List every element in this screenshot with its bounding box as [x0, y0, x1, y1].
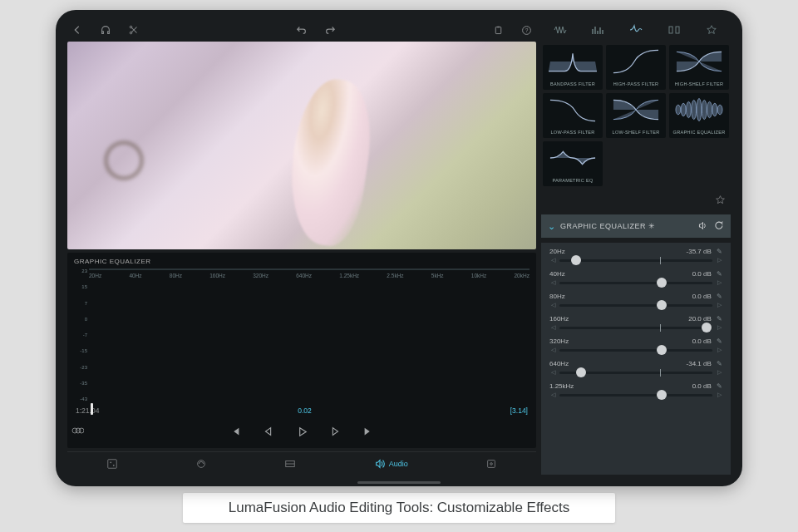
tab-fx-icon[interactable]: [667, 23, 681, 37]
svg-rect-42: [488, 460, 495, 467]
svg-point-43: [490, 462, 493, 465]
edit-icon[interactable]: ✎: [715, 360, 722, 367]
scissors-icon[interactable]: [127, 23, 140, 37]
band-80Hz: 80Hz0.0 dB ✎ ◁ ▷: [541, 289, 731, 312]
preset-graphic-equalizer[interactable]: GRAPHIC EQUALIZER: [669, 93, 729, 138]
preset-high-pass-filter[interactable]: HIGH-PASS FILTER: [606, 45, 666, 90]
slider-track[interactable]: [559, 349, 712, 352]
main-panel: ? GRAPHIC EQUALIZER 231570-7-15-23-35-43: [67, 22, 536, 475]
home-indicator: [357, 481, 441, 484]
tab-waveform-icon[interactable]: [554, 23, 567, 37]
band-1.25kHz: 1.25kHz0.0 dB ✎ ◁ ▷: [541, 379, 731, 401]
video-preview[interactable]: [67, 42, 536, 249]
tab-audio[interactable]: Audio: [374, 458, 408, 470]
tab-levels-icon[interactable]: [591, 23, 604, 37]
effect-panel-header[interactable]: ⌄ GRAPHIC EQUALIZER ✳: [541, 214, 731, 238]
top-toolbar: ?: [67, 22, 536, 38]
edit-icon[interactable]: ✎: [715, 270, 722, 278]
svg-point-53: [712, 103, 717, 116]
nudge-right-icon[interactable]: ▷: [716, 324, 722, 331]
nudge-right-icon[interactable]: ▷: [716, 279, 722, 286]
speaker-icon[interactable]: [697, 220, 708, 233]
slider-thumb[interactable]: [657, 390, 667, 400]
eq-y-axis: 231570-7-15-23-35-43: [74, 268, 87, 401]
time-duration: [3.14]: [510, 406, 528, 415]
eq-title: GRAPHIC EQUALIZER: [74, 258, 530, 265]
tab-color[interactable]: [195, 458, 207, 470]
favorites-row: [541, 193, 731, 209]
nudge-left-icon[interactable]: ◁: [549, 302, 556, 308]
skip-end-button[interactable]: [361, 424, 376, 439]
back-button[interactable]: [71, 23, 84, 37]
time-current: 1:21.04: [76, 406, 99, 415]
nudge-right-icon[interactable]: ▷: [716, 392, 722, 398]
slider-track[interactable]: [559, 304, 712, 307]
svg-point-51: [702, 100, 707, 119]
effect-panel-title: GRAPHIC EQUALIZER ✳: [560, 222, 692, 230]
preset-parametric-eq[interactable]: PARAMETRIC EQ: [543, 141, 603, 186]
slider-track[interactable]: [559, 327, 712, 329]
skip-start-button[interactable]: [228, 424, 243, 439]
edit-icon[interactable]: ✎: [715, 293, 722, 300]
nudge-right-icon[interactable]: ▷: [716, 347, 722, 353]
slider-thumb[interactable]: [657, 278, 667, 288]
slider-track[interactable]: [559, 372, 712, 374]
app-window: ? GRAPHIC EQUALIZER 231570-7-15-23-35-43: [56, 10, 742, 486]
tab-info[interactable]: [485, 458, 497, 470]
slider-thumb[interactable]: [571, 255, 581, 265]
svg-rect-44: [669, 27, 672, 33]
nudge-left-icon[interactable]: ◁: [549, 369, 556, 376]
preset-low-pass-filter[interactable]: LOW-PASS FILTER: [543, 93, 603, 138]
slider-track[interactable]: [559, 282, 712, 284]
nudge-left-icon[interactable]: ◁: [549, 347, 556, 353]
edit-icon[interactable]: ✎: [715, 315, 722, 323]
svg-point-48: [687, 101, 692, 117]
redo-button[interactable]: [323, 23, 337, 37]
tab-clip[interactable]: [106, 458, 118, 470]
timeline[interactable]: 1:21.04 0.02 [3.14]: [74, 401, 530, 420]
edit-icon[interactable]: ✎: [715, 382, 722, 390]
playhead[interactable]: [91, 403, 93, 415]
tab-frame[interactable]: [284, 458, 296, 470]
inspector-tabs: [541, 22, 731, 38]
nudge-right-icon[interactable]: ▷: [716, 302, 722, 308]
eq-graph[interactable]: [89, 268, 530, 270]
headphones-icon[interactable]: [99, 23, 112, 37]
help-icon[interactable]: ?: [520, 23, 533, 37]
clipboard-icon[interactable]: [491, 23, 505, 37]
slider-thumb[interactable]: [576, 367, 586, 377]
edit-icon[interactable]: ✎: [715, 337, 722, 345]
svg-point-37: [110, 461, 111, 463]
preset-bandpass-filter[interactable]: BANDPASS FILTER: [543, 45, 603, 90]
tab-favorite-icon[interactable]: [705, 23, 718, 37]
eq-band-sliders: 20Hz-35.7 dB ✎ ◁ ▷40Hz0.0 dB ✎ ◁ ▷80Hz0.…: [541, 243, 731, 475]
slider-thumb[interactable]: [702, 323, 712, 332]
preset-high-shelf-filter[interactable]: HIGH-SHELF FILTER: [669, 45, 729, 90]
nudge-left-icon[interactable]: ◁: [549, 324, 556, 331]
svg-point-38: [113, 464, 115, 466]
star-icon[interactable]: [715, 194, 726, 209]
nudge-left-icon[interactable]: ◁: [549, 257, 556, 264]
svg-rect-36: [107, 459, 116, 468]
reset-icon[interactable]: [713, 220, 724, 233]
nudge-right-icon[interactable]: ▷: [716, 257, 722, 264]
svg-text:?: ?: [525, 27, 528, 32]
loop-icon[interactable]: [71, 424, 84, 439]
band-40Hz: 40Hz0.0 dB ✎ ◁ ▷: [541, 267, 731, 289]
slider-track[interactable]: [559, 394, 712, 397]
tab-filter-icon[interactable]: [629, 23, 643, 37]
slider-track[interactable]: [559, 259, 712, 262]
step-forward-button[interactable]: [328, 424, 342, 439]
time-offset: 0.02: [106, 406, 503, 415]
play-button[interactable]: [294, 424, 309, 439]
step-back-button[interactable]: [261, 424, 276, 439]
chevron-down-icon[interactable]: ⌄: [548, 221, 555, 232]
nudge-right-icon[interactable]: ▷: [716, 369, 722, 376]
nudge-left-icon[interactable]: ◁: [549, 392, 556, 398]
preset-low-shelf-filter[interactable]: LOW-SHELF FILTER: [606, 93, 666, 138]
undo-button[interactable]: [295, 23, 308, 37]
slider-thumb[interactable]: [657, 345, 667, 355]
slider-thumb[interactable]: [657, 300, 667, 310]
nudge-left-icon[interactable]: ◁: [549, 279, 556, 286]
edit-icon[interactable]: ✎: [715, 248, 722, 255]
